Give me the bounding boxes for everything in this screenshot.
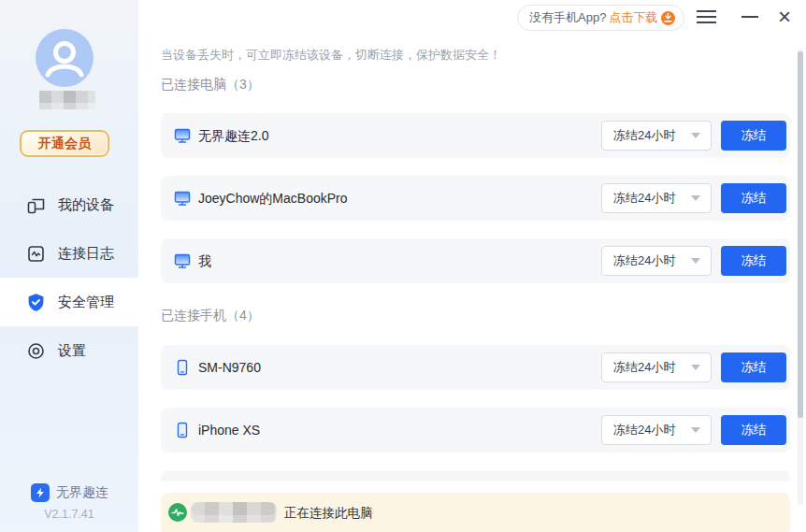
device-name: SM-N9760: [198, 345, 261, 390]
freeze-duration-select[interactable]: 冻结24小时: [601, 246, 712, 276]
freeze-button[interactable]: 冻结: [721, 415, 786, 445]
sidebar-item-my-devices[interactable]: 我的设备: [0, 180, 138, 229]
devices-icon: [25, 194, 46, 215]
connection-banner: 正在连接此电脑: [161, 493, 790, 532]
security-panel: 当设备丢失时，可立即冻结该设备，切断连接，保护数据安全！ 已连接电脑（3） 无界…: [138, 0, 806, 532]
device-row-partial: [161, 470, 790, 482]
app-version: V2.1.7.41: [0, 508, 138, 521]
brand-name: 无界趣连: [56, 484, 108, 501]
freeze-duration-value: 冻结24小时: [613, 252, 675, 269]
device-row: iPhone XS 冻结24小时 冻结: [161, 408, 790, 453]
shield-check-icon: [25, 292, 46, 312]
sidebar-item-connection-log[interactable]: 连接日志: [0, 229, 138, 278]
brand: 无界趣连: [31, 483, 108, 502]
masked-connecting-user: [191, 502, 277, 523]
sidebar-item-settings[interactable]: 设置: [0, 326, 138, 375]
avatar[interactable]: [36, 29, 94, 87]
device-row: JoeyChow的MacBookPro 冻结24小时 冻结: [161, 176, 790, 221]
connection-status-text: 正在连接此电脑: [284, 493, 373, 532]
vip-upgrade-button[interactable]: 开通会员: [20, 130, 109, 157]
sidebar: 开通会员 我的设备 连接日志: [0, 0, 138, 532]
sidebar-item-label: 设置: [58, 342, 86, 360]
log-icon: [25, 243, 46, 264]
computer-icon: [174, 127, 191, 144]
freeze-duration-select[interactable]: 冻结24小时: [601, 352, 712, 382]
security-notice: 当设备丢失时，可立即冻结该设备，切断连接，保护数据安全！: [161, 47, 501, 64]
device-name: 无界趣连2.0: [198, 113, 268, 158]
freeze-duration-select[interactable]: 冻结24小时: [601, 415, 712, 445]
sidebar-item-security[interactable]: 安全管理: [0, 278, 138, 326]
sidebar-item-label: 安全管理: [58, 294, 114, 311]
freeze-duration-value: 冻结24小时: [613, 190, 675, 207]
user-icon: [36, 29, 94, 87]
computer-icon: [174, 190, 191, 207]
freeze-duration-select[interactable]: 冻结24小时: [601, 183, 712, 213]
device-row: 我 冻结24小时 冻结: [161, 238, 790, 283]
phone-icon: [174, 422, 191, 439]
freeze-duration-value: 冻结24小时: [613, 359, 675, 376]
freeze-duration-select[interactable]: 冻结24小时: [601, 121, 712, 151]
phones-section-title: 已连接手机（4）: [161, 308, 260, 324]
settings-icon: [25, 340, 46, 361]
app-window: 开通会员 我的设备 连接日志: [0, 0, 806, 532]
freeze-button[interactable]: 冻结: [721, 246, 786, 276]
device-name: 我: [198, 238, 211, 283]
masked-username: [39, 91, 95, 109]
freeze-button[interactable]: 冻结: [721, 183, 786, 213]
chevron-down-icon: [691, 258, 700, 264]
device-row: SM-N9760 冻结24小时 冻结: [161, 345, 790, 390]
computers-section-title: 已连接电脑（3）: [161, 77, 260, 93]
chevron-down-icon: [691, 195, 700, 201]
device-name: JoeyChow的MacBookPro: [198, 176, 348, 221]
computer-icon: [174, 252, 191, 269]
brand-logo-icon: [31, 483, 50, 502]
scrollbar-track[interactable]: [798, 49, 803, 505]
device-name: iPhone XS: [198, 408, 260, 453]
connection-status-icon: [168, 503, 187, 522]
chevron-down-icon: [691, 133, 700, 138]
freeze-button[interactable]: 冻结: [721, 352, 786, 382]
chevron-down-icon: [691, 427, 700, 433]
sidebar-item-label: 连接日志: [58, 245, 114, 263]
freeze-duration-value: 冻结24小时: [613, 422, 675, 439]
phone-icon: [174, 359, 191, 376]
device-row: 无界趣连2.0 冻结24小时 冻结: [161, 113, 790, 158]
sidebar-item-label: 我的设备: [58, 196, 114, 214]
chevron-down-icon: [691, 365, 700, 370]
freeze-button[interactable]: 冻结: [721, 121, 786, 151]
freeze-duration-value: 冻结24小时: [613, 127, 675, 144]
scrollbar-thumb[interactable]: [798, 51, 803, 418]
sidebar-menu: 我的设备 连接日志 安全管理: [0, 180, 138, 375]
